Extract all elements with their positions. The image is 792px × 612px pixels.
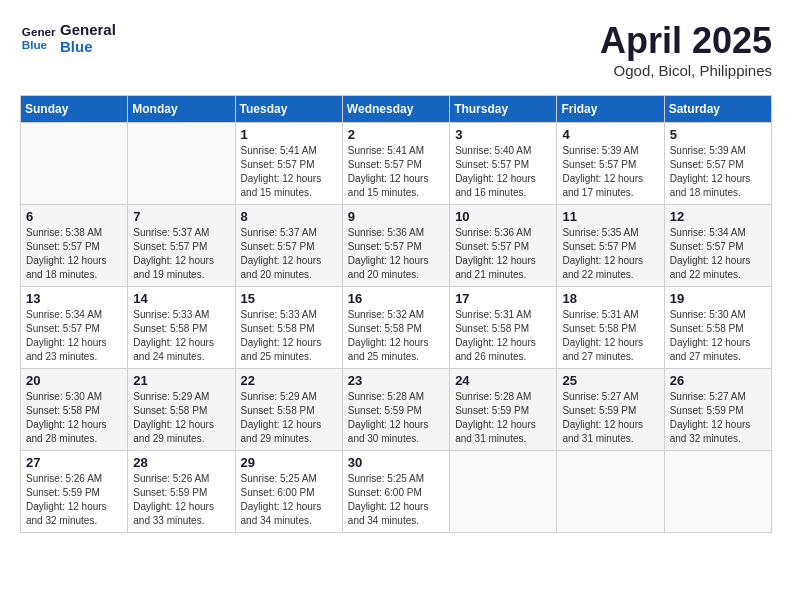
calendar-week-3: 13Sunrise: 5:34 AM Sunset: 5:57 PM Dayli… <box>21 287 772 369</box>
day-detail: Sunrise: 5:41 AM Sunset: 5:57 PM Dayligh… <box>241 144 337 200</box>
calendar-cell: 8Sunrise: 5:37 AM Sunset: 5:57 PM Daylig… <box>235 205 342 287</box>
day-detail: Sunrise: 5:35 AM Sunset: 5:57 PM Dayligh… <box>562 226 658 282</box>
calendar-cell: 30Sunrise: 5:25 AM Sunset: 6:00 PM Dayli… <box>342 451 449 533</box>
day-number: 16 <box>348 291 444 306</box>
calendar-cell: 1Sunrise: 5:41 AM Sunset: 5:57 PM Daylig… <box>235 123 342 205</box>
day-number: 29 <box>241 455 337 470</box>
calendar-cell: 24Sunrise: 5:28 AM Sunset: 5:59 PM Dayli… <box>450 369 557 451</box>
day-detail: Sunrise: 5:30 AM Sunset: 5:58 PM Dayligh… <box>26 390 122 446</box>
logo-blue: Blue <box>60 38 116 55</box>
calendar-cell: 20Sunrise: 5:30 AM Sunset: 5:58 PM Dayli… <box>21 369 128 451</box>
calendar-table: SundayMondayTuesdayWednesdayThursdayFrid… <box>20 95 772 533</box>
calendar-cell: 17Sunrise: 5:31 AM Sunset: 5:58 PM Dayli… <box>450 287 557 369</box>
calendar-week-5: 27Sunrise: 5:26 AM Sunset: 5:59 PM Dayli… <box>21 451 772 533</box>
logo-icon: General Blue <box>20 20 56 56</box>
calendar-cell: 10Sunrise: 5:36 AM Sunset: 5:57 PM Dayli… <box>450 205 557 287</box>
logo: General Blue General Blue <box>20 20 116 56</box>
calendar-cell <box>128 123 235 205</box>
calendar-cell: 3Sunrise: 5:40 AM Sunset: 5:57 PM Daylig… <box>450 123 557 205</box>
day-number: 30 <box>348 455 444 470</box>
weekday-header-monday: Monday <box>128 96 235 123</box>
calendar-cell: 4Sunrise: 5:39 AM Sunset: 5:57 PM Daylig… <box>557 123 664 205</box>
calendar-cell: 29Sunrise: 5:25 AM Sunset: 6:00 PM Dayli… <box>235 451 342 533</box>
title-block: April 2025 Ogod, Bicol, Philippines <box>600 20 772 79</box>
page-header: General Blue General Blue April 2025 Ogo… <box>20 20 772 79</box>
day-number: 18 <box>562 291 658 306</box>
day-number: 26 <box>670 373 766 388</box>
day-detail: Sunrise: 5:40 AM Sunset: 5:57 PM Dayligh… <box>455 144 551 200</box>
day-number: 4 <box>562 127 658 142</box>
day-number: 8 <box>241 209 337 224</box>
weekday-header-saturday: Saturday <box>664 96 771 123</box>
day-number: 24 <box>455 373 551 388</box>
day-number: 14 <box>133 291 229 306</box>
calendar-cell <box>664 451 771 533</box>
calendar-cell: 19Sunrise: 5:30 AM Sunset: 5:58 PM Dayli… <box>664 287 771 369</box>
day-detail: Sunrise: 5:27 AM Sunset: 5:59 PM Dayligh… <box>562 390 658 446</box>
day-number: 7 <box>133 209 229 224</box>
weekday-header-tuesday: Tuesday <box>235 96 342 123</box>
day-detail: Sunrise: 5:28 AM Sunset: 5:59 PM Dayligh… <box>455 390 551 446</box>
weekday-header-sunday: Sunday <box>21 96 128 123</box>
calendar-cell: 22Sunrise: 5:29 AM Sunset: 5:58 PM Dayli… <box>235 369 342 451</box>
calendar-cell: 18Sunrise: 5:31 AM Sunset: 5:58 PM Dayli… <box>557 287 664 369</box>
day-detail: Sunrise: 5:33 AM Sunset: 5:58 PM Dayligh… <box>133 308 229 364</box>
calendar-cell: 23Sunrise: 5:28 AM Sunset: 5:59 PM Dayli… <box>342 369 449 451</box>
day-detail: Sunrise: 5:27 AM Sunset: 5:59 PM Dayligh… <box>670 390 766 446</box>
day-number: 27 <box>26 455 122 470</box>
day-detail: Sunrise: 5:34 AM Sunset: 5:57 PM Dayligh… <box>670 226 766 282</box>
day-number: 9 <box>348 209 444 224</box>
day-number: 25 <box>562 373 658 388</box>
calendar-cell: 7Sunrise: 5:37 AM Sunset: 5:57 PM Daylig… <box>128 205 235 287</box>
day-detail: Sunrise: 5:30 AM Sunset: 5:58 PM Dayligh… <box>670 308 766 364</box>
day-detail: Sunrise: 5:26 AM Sunset: 5:59 PM Dayligh… <box>26 472 122 528</box>
day-number: 22 <box>241 373 337 388</box>
calendar-week-2: 6Sunrise: 5:38 AM Sunset: 5:57 PM Daylig… <box>21 205 772 287</box>
day-detail: Sunrise: 5:26 AM Sunset: 5:59 PM Dayligh… <box>133 472 229 528</box>
calendar-cell: 5Sunrise: 5:39 AM Sunset: 5:57 PM Daylig… <box>664 123 771 205</box>
calendar-cell: 15Sunrise: 5:33 AM Sunset: 5:58 PM Dayli… <box>235 287 342 369</box>
day-number: 11 <box>562 209 658 224</box>
calendar-cell: 9Sunrise: 5:36 AM Sunset: 5:57 PM Daylig… <box>342 205 449 287</box>
calendar-cell: 2Sunrise: 5:41 AM Sunset: 5:57 PM Daylig… <box>342 123 449 205</box>
calendar-cell: 13Sunrise: 5:34 AM Sunset: 5:57 PM Dayli… <box>21 287 128 369</box>
day-number: 10 <box>455 209 551 224</box>
calendar-header-row: SundayMondayTuesdayWednesdayThursdayFrid… <box>21 96 772 123</box>
day-detail: Sunrise: 5:38 AM Sunset: 5:57 PM Dayligh… <box>26 226 122 282</box>
day-detail: Sunrise: 5:25 AM Sunset: 6:00 PM Dayligh… <box>241 472 337 528</box>
logo-general: General <box>60 21 116 38</box>
day-detail: Sunrise: 5:37 AM Sunset: 5:57 PM Dayligh… <box>133 226 229 282</box>
calendar-cell: 11Sunrise: 5:35 AM Sunset: 5:57 PM Dayli… <box>557 205 664 287</box>
calendar-cell: 26Sunrise: 5:27 AM Sunset: 5:59 PM Dayli… <box>664 369 771 451</box>
day-number: 12 <box>670 209 766 224</box>
day-detail: Sunrise: 5:34 AM Sunset: 5:57 PM Dayligh… <box>26 308 122 364</box>
day-number: 17 <box>455 291 551 306</box>
calendar-week-1: 1Sunrise: 5:41 AM Sunset: 5:57 PM Daylig… <box>21 123 772 205</box>
day-detail: Sunrise: 5:31 AM Sunset: 5:58 PM Dayligh… <box>455 308 551 364</box>
day-number: 1 <box>241 127 337 142</box>
weekday-header-wednesday: Wednesday <box>342 96 449 123</box>
day-detail: Sunrise: 5:39 AM Sunset: 5:57 PM Dayligh… <box>670 144 766 200</box>
day-detail: Sunrise: 5:32 AM Sunset: 5:58 PM Dayligh… <box>348 308 444 364</box>
day-number: 3 <box>455 127 551 142</box>
day-detail: Sunrise: 5:33 AM Sunset: 5:58 PM Dayligh… <box>241 308 337 364</box>
calendar-cell: 12Sunrise: 5:34 AM Sunset: 5:57 PM Dayli… <box>664 205 771 287</box>
day-detail: Sunrise: 5:37 AM Sunset: 5:57 PM Dayligh… <box>241 226 337 282</box>
calendar-cell: 28Sunrise: 5:26 AM Sunset: 5:59 PM Dayli… <box>128 451 235 533</box>
calendar-cell: 6Sunrise: 5:38 AM Sunset: 5:57 PM Daylig… <box>21 205 128 287</box>
calendar-cell: 27Sunrise: 5:26 AM Sunset: 5:59 PM Dayli… <box>21 451 128 533</box>
day-number: 5 <box>670 127 766 142</box>
svg-text:Blue: Blue <box>22 38 48 51</box>
day-number: 20 <box>26 373 122 388</box>
day-detail: Sunrise: 5:25 AM Sunset: 6:00 PM Dayligh… <box>348 472 444 528</box>
day-detail: Sunrise: 5:28 AM Sunset: 5:59 PM Dayligh… <box>348 390 444 446</box>
day-detail: Sunrise: 5:36 AM Sunset: 5:57 PM Dayligh… <box>455 226 551 282</box>
day-number: 13 <box>26 291 122 306</box>
day-number: 2 <box>348 127 444 142</box>
location-subtitle: Ogod, Bicol, Philippines <box>600 62 772 79</box>
day-detail: Sunrise: 5:41 AM Sunset: 5:57 PM Dayligh… <box>348 144 444 200</box>
day-detail: Sunrise: 5:31 AM Sunset: 5:58 PM Dayligh… <box>562 308 658 364</box>
day-number: 21 <box>133 373 229 388</box>
day-detail: Sunrise: 5:36 AM Sunset: 5:57 PM Dayligh… <box>348 226 444 282</box>
day-number: 6 <box>26 209 122 224</box>
